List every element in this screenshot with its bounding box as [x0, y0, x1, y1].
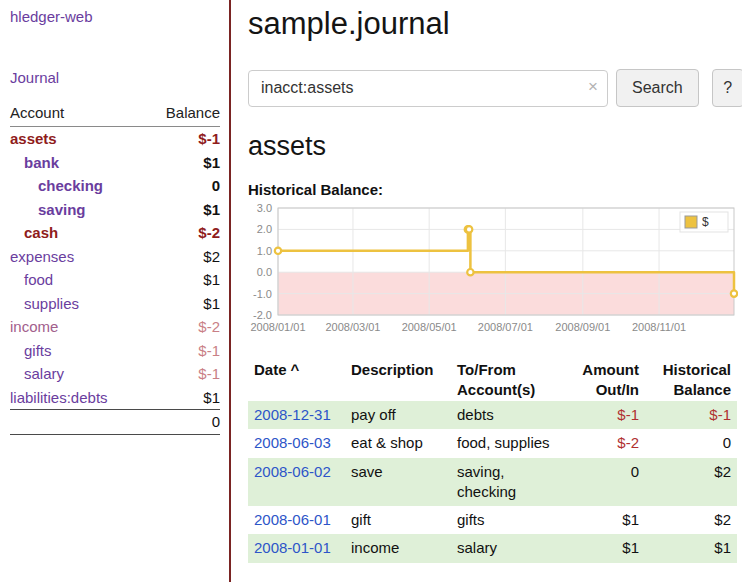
search-input[interactable]: [248, 70, 608, 107]
y-tick-label: 3.0: [257, 203, 272, 214]
data-point: [275, 248, 281, 254]
transaction-amount: $-1: [570, 401, 645, 429]
account-balance: $-1: [145, 339, 220, 363]
account-row: assets$-1: [10, 127, 220, 151]
balance-chart: 3.02.01.00.0-1.0-2.02008/01/012008/03/01…: [248, 203, 738, 345]
page-title: sample.journal: [248, 6, 742, 42]
account-row: gifts$-1: [10, 339, 220, 363]
data-point: [731, 290, 737, 296]
transaction-accounts: debts: [451, 401, 570, 429]
transaction-balance: $2: [645, 506, 737, 534]
transaction-date-cell: 2008-12-31: [248, 401, 345, 429]
accounts-header-balance: Balance: [145, 102, 220, 127]
accounts-header-row: Account Balance: [10, 102, 220, 127]
transaction-row: 2008-01-01incomesalary$1$1: [248, 534, 737, 562]
account-row: salary$-1: [10, 362, 220, 386]
account-link-gifts[interactable]: gifts: [24, 342, 52, 359]
transaction-description: income: [345, 534, 451, 562]
account-balance: $1: [145, 268, 220, 292]
account-row: saving$1: [10, 198, 220, 222]
transaction-amount: $-2: [570, 429, 645, 457]
column-accounts: To/From Account(s): [451, 358, 570, 401]
account-row: food$1: [10, 268, 220, 292]
account-balance: 0: [145, 174, 220, 198]
column-date-label: Date: [254, 361, 287, 378]
help-button[interactable]: ?: [712, 69, 742, 107]
transaction-date-link[interactable]: 2008-01-01: [254, 539, 331, 556]
transaction-row: 2008-06-01giftgifts$1$2: [248, 506, 737, 534]
transaction-date-link[interactable]: 2008-06-03: [254, 434, 331, 451]
account-link-liabilities-debts[interactable]: liabilities:debts: [10, 389, 108, 406]
account-row: checking0: [10, 174, 220, 198]
transaction-date-link[interactable]: 2008-06-01: [254, 511, 331, 528]
transaction-description: save: [345, 458, 451, 507]
search-button[interactable]: Search: [616, 69, 699, 107]
register-body: 2008-12-31pay offdebts$-1$-12008-06-03ea…: [248, 401, 737, 563]
app-title-link[interactable]: hledger-web: [10, 8, 220, 25]
y-tick-label: -2.0: [253, 309, 272, 321]
account-row: bank$1: [10, 151, 220, 175]
search-form: × Search ?: [248, 69, 742, 107]
legend-swatch: [685, 216, 697, 228]
account-link-income[interactable]: income: [10, 318, 58, 335]
sort-asc-indicator: ^: [291, 361, 300, 378]
transaction-date-cell: 2008-06-02: [248, 458, 345, 507]
transaction-balance: $2: [645, 458, 737, 507]
x-tick-label: 2008/01/01: [250, 321, 305, 333]
y-tick-label: 1.0: [257, 245, 272, 257]
account-link-expenses[interactable]: expenses: [10, 248, 74, 265]
account-link-saving[interactable]: saving: [38, 201, 86, 218]
y-tick-label: -1.0: [253, 288, 272, 300]
account-link-food[interactable]: food: [24, 271, 53, 288]
x-tick-label: 2008/11/01: [632, 321, 686, 333]
search-box: ×: [248, 70, 608, 107]
legend-label: $: [702, 215, 709, 229]
data-point: [467, 269, 473, 275]
transaction-date-link[interactable]: 2008-12-31: [254, 406, 331, 423]
transaction-balance: 0: [645, 429, 737, 457]
transaction-row: 2008-06-02savesaving, checking0$2: [248, 458, 737, 507]
account-link-bank[interactable]: bank: [24, 154, 59, 171]
accounts-table: Account Balance assets$-1bank$1checking0…: [10, 102, 220, 435]
account-link-salary[interactable]: salary: [24, 365, 64, 382]
column-date[interactable]: Date^: [248, 358, 345, 401]
account-link-cash[interactable]: cash: [24, 224, 58, 241]
transaction-balance: $-1: [645, 401, 737, 429]
account-balance: $-2: [145, 221, 220, 245]
transaction-amount: $1: [570, 506, 645, 534]
x-tick-label: 2008/09/01: [555, 321, 610, 333]
account-balance: $1: [145, 151, 220, 175]
account-row: supplies$1: [10, 292, 220, 316]
transaction-amount: $1: [570, 534, 645, 562]
transaction-amount: 0: [570, 458, 645, 507]
sidebar: hledger-web Journal Account Balance asse…: [0, 0, 231, 582]
transaction-accounts: food, supplies: [451, 429, 570, 457]
transaction-description: eat & shop: [345, 429, 451, 457]
clear-search-icon[interactable]: ×: [588, 78, 598, 95]
transaction-date-cell: 2008-01-01: [248, 534, 345, 562]
transaction-description: pay off: [345, 401, 451, 429]
account-row: expenses$2: [10, 245, 220, 269]
register-table: Date^ Description To/From Account(s) Amo…: [248, 358, 737, 563]
accounts-header-account: Account: [10, 102, 145, 127]
column-amount: Amount Out/In: [570, 358, 645, 401]
x-tick-label: 2008/03/01: [325, 321, 380, 333]
transaction-date-cell: 2008-06-01: [248, 506, 345, 534]
account-link-supplies[interactable]: supplies: [24, 295, 79, 312]
transaction-description: gift: [345, 506, 451, 534]
account-link-assets[interactable]: assets: [10, 130, 57, 147]
transaction-date-link[interactable]: 2008-06-02: [254, 463, 331, 480]
account-row: cash$-2: [10, 221, 220, 245]
x-tick-label: 2008/07/01: [478, 321, 533, 333]
column-balance: Historical Balance: [645, 358, 737, 401]
sidebar-item-journal[interactable]: Journal: [10, 69, 220, 86]
main-content: sample.journal × Search ? assets Histori…: [231, 0, 742, 582]
account-balance: $1: [145, 198, 220, 222]
accounts-total-row: 0: [10, 410, 220, 435]
accounts-total-value: 0: [145, 410, 220, 435]
account-balance: $1: [145, 292, 220, 316]
x-tick-label: 2008/05/01: [402, 321, 457, 333]
account-link-checking[interactable]: checking: [38, 177, 103, 194]
account-balance: $-2: [145, 315, 220, 339]
y-tick-label: 0.0: [257, 266, 272, 278]
